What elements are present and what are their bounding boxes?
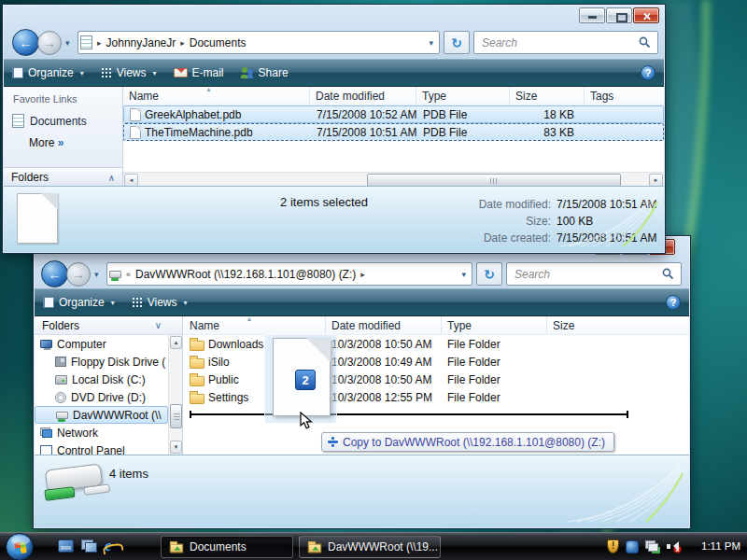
floppy-drive-icon (55, 357, 66, 367)
sidebar-item-documents[interactable]: Documents (12, 114, 87, 128)
forward-button[interactable]: → (37, 31, 62, 55)
show-desktop-icon[interactable] (58, 539, 74, 553)
start-button[interactable] (6, 533, 34, 560)
item-count: 4 items (109, 467, 148, 481)
share-button[interactable]: Share (241, 66, 289, 79)
taskbar-button-documents[interactable]: Documents (161, 536, 293, 558)
clock[interactable]: 1:11 PM (701, 540, 740, 552)
tree-item-floppy[interactable]: Floppy Disk Drive ( (35, 353, 168, 371)
scrollbar-thumb[interactable] (170, 404, 182, 428)
tree-item-davwwwroot[interactable]: DavWWWRoot (\\ (35, 406, 168, 424)
tree-item-dvd-drive[interactable]: DVD Drive (D:) (35, 388, 168, 406)
table-row-settings[interactable]: Settings 10/3/2008 12:55 PM File Folder (184, 388, 689, 406)
table-row-isilo[interactable]: iSilo 10/3/2008 10:49 AM File Folder (184, 353, 689, 371)
address-bar[interactable]: ▸ JohnnyJaneJr ▸ Documents ▾ (78, 31, 440, 54)
document-large-icon (17, 193, 58, 244)
refresh-button[interactable]: ↻ (444, 31, 470, 54)
folders-tree-header[interactable]: Folders∨ (35, 316, 182, 335)
close-button[interactable] (633, 7, 659, 23)
back-button[interactable]: ← (12, 29, 39, 56)
column-header-type[interactable]: Type (416, 87, 510, 105)
help-button[interactable] (641, 65, 655, 80)
scrollbar-thumb[interactable] (367, 174, 621, 187)
nav-history-chevron-icon[interactable]: ▾ (94, 270, 99, 279)
column-header-name[interactable]: ▴Name (184, 316, 326, 334)
address-dropdown-icon[interactable]: ▾ (461, 270, 472, 279)
table-row-greekalphabet[interactable]: GreekAlphabet.pdb 7/15/2008 10:52 AM PDB… (123, 105, 664, 123)
restore-button[interactable] (606, 7, 632, 23)
computer-icon (40, 340, 52, 348)
network-status-icon[interactable] (645, 540, 660, 553)
table-row-thetimemachine[interactable]: TheTimeMachine.pdb 7/15/2008 10:51 AM PD… (123, 123, 664, 141)
forward-button[interactable]: → (66, 262, 91, 287)
nav-history-chevron-icon[interactable]: ▾ (65, 38, 70, 48)
back-button[interactable]: ← (41, 260, 68, 287)
minimize-button[interactable] (579, 7, 605, 23)
views-button[interactable]: Views▾ (101, 66, 157, 79)
views-button[interactable]: Views▾ (132, 296, 188, 309)
windows-update-icon[interactable] (626, 540, 639, 553)
security-shield-icon[interactable] (607, 539, 619, 553)
refresh-button[interactable]: ↻ (476, 262, 502, 286)
details-labels: Date modified: Size: Date created: (377, 196, 551, 246)
scroll-left-button[interactable]: ◂ (124, 174, 138, 187)
organize-button[interactable]: Organize▾ (43, 296, 115, 309)
column-header-tags[interactable]: Tags (585, 87, 664, 105)
folder-icon (190, 341, 204, 351)
search-input[interactable]: Search (506, 262, 682, 286)
breadcrumb-overflow-icon[interactable]: « (123, 270, 134, 279)
sidebar-more-link[interactable]: More » (29, 136, 63, 149)
chevron-down-icon: ▾ (184, 299, 188, 307)
email-button[interactable]: E-mail (174, 66, 224, 79)
folder-icon (308, 544, 321, 553)
caption-buttons (579, 7, 659, 23)
tree-scrollbar[interactable]: ▴ ▾ (168, 335, 182, 455)
search-icon[interactable] (639, 36, 651, 49)
dvd-drive-icon (55, 392, 66, 403)
column-header-type[interactable]: Type (442, 316, 547, 334)
scroll-right-button[interactable]: ▸ (649, 174, 663, 187)
column-header-name[interactable]: ▴Name (123, 87, 310, 105)
search-icon[interactable] (662, 268, 674, 280)
breadcrumb-user[interactable]: JohnnyJaneJr (105, 36, 178, 49)
volume-muted-icon[interactable]: x (667, 540, 682, 553)
folders-tree-pane: Folders∨ Computer Floppy Disk Drive ( Lo… (35, 316, 183, 455)
column-header-size[interactable]: Size (547, 316, 616, 334)
help-button[interactable] (666, 295, 681, 310)
tree-item-computer[interactable]: Computer (35, 335, 168, 353)
tree-item-control-panel[interactable]: Control Panel (35, 441, 168, 455)
folder-view: Favorite Links Documents More » Folders∧… (4, 87, 664, 187)
feather-decoration (557, 190, 660, 250)
switch-windows-icon[interactable] (81, 539, 97, 553)
table-row-public[interactable]: Public 10/3/2008 10:50 AM File Folder (184, 371, 689, 388)
address-dropdown-icon[interactable]: ▾ (429, 38, 439, 48)
column-header-date[interactable]: Date modified (310, 87, 416, 105)
search-input[interactable]: Search (473, 31, 658, 54)
folders-bar[interactable]: Folders∧ (4, 167, 122, 187)
network-drive-icon (56, 412, 68, 419)
tree-item-local-disk[interactable]: Local Disk (C:) (35, 371, 168, 388)
breadcrumb-davwwwroot[interactable]: DavWWWRoot (\\192.168.1.101@8080) (Z:) (134, 268, 358, 281)
breadcrumb-documents[interactable]: Documents (188, 36, 248, 49)
horizontal-scrollbar[interactable]: ◂ ▸ (123, 172, 664, 187)
navigation-bar: ← → ▾ « DavWWWRoot (\\192.168.1.101@8080… (34, 259, 690, 290)
details-pane: 4 items (35, 455, 689, 527)
tree-item-network[interactable]: Network (35, 424, 168, 441)
file-icon (130, 126, 141, 139)
table-row-downloads[interactable]: Downloads 10/3/2008 10:50 AM File Folder (184, 335, 689, 353)
search-placeholder: Search (507, 268, 662, 281)
scroll-down-button[interactable]: ▾ (170, 441, 182, 454)
views-icon (132, 297, 143, 308)
address-bar[interactable]: « DavWWWRoot (\\192.168.1.101@8080) (Z:)… (106, 262, 472, 286)
organize-button[interactable]: Organize▾ (12, 66, 84, 79)
views-icon (101, 67, 112, 78)
column-header-size[interactable]: Size (510, 87, 585, 105)
drag-count-badge: 2 (295, 370, 316, 390)
column-header-date[interactable]: Date modified (326, 316, 442, 334)
taskbar-button-davwwwroot[interactable]: DavWWWRoot (\\19... (299, 536, 441, 558)
selection-count: 2 items selected (176, 195, 368, 209)
internet-explorer-icon[interactable]: e (105, 537, 112, 555)
explorer-window-davwwwroot: ← → ▾ « DavWWWRoot (\\192.168.1.101@8080… (33, 235, 691, 529)
network-drive-icon (109, 271, 121, 278)
scroll-up-button[interactable]: ▴ (170, 336, 182, 349)
